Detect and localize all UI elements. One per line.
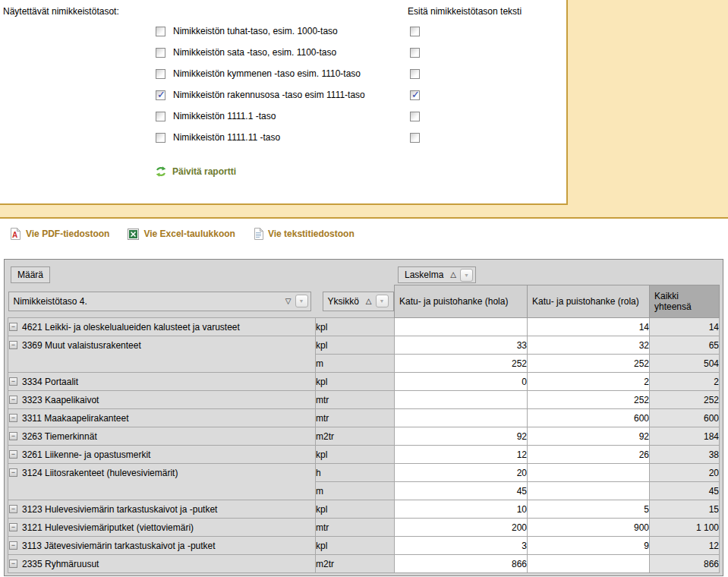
level-label: Nimikkeistön 1111.1 -taso xyxy=(173,111,276,121)
sort-asc-icon xyxy=(450,271,456,279)
total-cell: 12 xyxy=(650,537,720,555)
value-cell: 10 xyxy=(395,500,528,519)
row-dimension-label: Nimikkeistötaso 4. xyxy=(14,296,87,307)
unit-cell: kpl xyxy=(316,537,395,555)
collapse-icon[interactable]: − xyxy=(9,414,17,422)
value-cell xyxy=(395,318,528,336)
row-name: 3334 Portaalit xyxy=(22,377,78,387)
refresh-report-button[interactable]: Päivitä raportti xyxy=(155,166,236,178)
unit-dimension-button[interactable]: Yksikkö xyxy=(323,292,395,311)
collapse-icon[interactable]: − xyxy=(9,468,17,477)
row-name-cell: −3124 Liitosrakenteet (hulevesiviemärit) xyxy=(8,464,316,500)
level-label: Nimikkeistön tuhat-taso, esim. 1000-taso xyxy=(173,26,338,36)
measure-button-label: Määrä xyxy=(17,270,43,280)
row-name: 3369 Muut valaistusrakenteet xyxy=(22,340,141,351)
show-level-checkbox[interactable] xyxy=(156,48,165,58)
collapse-icon[interactable]: − xyxy=(9,341,17,349)
column-header-total[interactable]: Kaikki yhteensä xyxy=(650,285,720,318)
value-cell: 252 xyxy=(528,391,650,409)
export-pdf-label: Vie PDF-tiedostoon xyxy=(26,229,109,239)
excel-file-icon xyxy=(128,229,139,240)
show-level-checkbox[interactable] xyxy=(156,27,165,36)
show-level-checkbox[interactable] xyxy=(156,133,165,143)
row-name-cell: −3311 Maakaapelirakanteet xyxy=(8,409,316,427)
show-level-checkbox[interactable] xyxy=(156,90,165,100)
collapse-icon[interactable]: − xyxy=(9,560,17,568)
level-row: Nimikkeistön 1111.11 -taso xyxy=(0,130,566,151)
table-row: −3334 Portaalitkpl022 xyxy=(8,373,720,391)
unit-cell: m2tr xyxy=(316,427,395,446)
total-cell: 45 xyxy=(650,482,720,500)
value-cell: 20 xyxy=(395,464,528,482)
value-cell: 3 xyxy=(395,537,528,555)
collapse-icon[interactable]: − xyxy=(9,523,17,531)
value-cell: 26 xyxy=(528,446,650,464)
column-dimension-button[interactable]: Laskelma xyxy=(398,266,476,283)
show-level-checkbox[interactable] xyxy=(156,69,165,79)
pivot-grid: Nimikkeistötaso 4. Yksikkö Katu- ja puis… xyxy=(8,285,720,573)
sort-desc-icon xyxy=(285,298,292,305)
column-header-hola[interactable]: Katu- ja puistohanke (hola) xyxy=(395,285,528,318)
show-level-text-checkbox[interactable] xyxy=(410,48,420,58)
export-excel-link[interactable]: Vie Excel-taulukkoon xyxy=(128,229,235,240)
show-level-text-checkbox[interactable] xyxy=(410,69,420,79)
level-row: Nimikkeistön kymmenen -taso esim. 1110-t… xyxy=(0,66,566,87)
row-name-cell: −4621 Leikki- ja oleskelualueiden kalust… xyxy=(8,318,316,336)
level-settings-panel: Näytettävät nimikkeistötasot: Esitä nimi… xyxy=(0,0,568,205)
collapse-icon[interactable]: − xyxy=(9,323,17,331)
unit-dimension-dropdown-button[interactable] xyxy=(376,295,389,307)
level-row: Nimikkeistön rakennusosa -taso esim 1111… xyxy=(0,87,566,109)
export-pdf-link[interactable]: A Vie PDF-tiedostoon xyxy=(10,228,109,240)
total-cell: 38 xyxy=(650,446,720,464)
show-level-text-checkbox[interactable] xyxy=(410,133,420,143)
level-checkbox-list: Nimikkeistön tuhat-taso, esim. 1000-taso… xyxy=(0,24,566,151)
collapse-icon[interactable]: − xyxy=(9,432,17,440)
value-cell xyxy=(528,555,650,573)
level-label: Nimikkeistön 1111.11 -taso xyxy=(173,132,280,143)
show-level-text-checkbox[interactable] xyxy=(410,90,420,100)
column-header-rola[interactable]: Katu- ja puistohanke (rola) xyxy=(528,285,650,318)
column-dimension-label: Laskelma xyxy=(405,270,443,280)
value-cell: 5 xyxy=(528,500,650,519)
unit-cell: m xyxy=(316,355,395,373)
table-row: −3369 Muut valaistusrakenteetkpl333265 xyxy=(8,336,720,355)
row-dimension-button[interactable]: Nimikkeistötaso 4. xyxy=(8,292,311,311)
column-dimension-dropdown-button[interactable] xyxy=(460,269,473,282)
unit-cell: m2tr xyxy=(316,555,395,573)
show-level-text-checkbox[interactable] xyxy=(410,27,420,36)
unit-cell: kpl xyxy=(316,446,395,464)
show-level-checkbox[interactable] xyxy=(156,112,165,121)
row-name: 3113 Jätevesiviemärin tarkastuskaivot ja… xyxy=(22,541,216,551)
value-cell: 252 xyxy=(528,355,650,373)
value-cell: 12 xyxy=(395,446,528,464)
table-row: −2335 Ryhmäruusutm2tr866866 xyxy=(8,555,720,573)
value-cell: 9 xyxy=(528,537,650,555)
row-name-cell: −3334 Portaalit xyxy=(8,373,316,391)
show-level-text-checkbox[interactable] xyxy=(410,112,420,121)
total-cell: 14 xyxy=(650,318,720,336)
collapse-icon[interactable]: − xyxy=(9,541,17,550)
table-row: −3123 Hulevesiviemärin tarkastuskaivot j… xyxy=(8,500,720,519)
unit-cell: mtr xyxy=(316,519,395,537)
value-cell: 600 xyxy=(528,409,650,427)
value-cell: 900 xyxy=(528,519,650,537)
collapse-icon[interactable]: − xyxy=(9,450,17,459)
level-label: Nimikkeistön kymmenen -taso esim. 1110-t… xyxy=(173,68,361,79)
export-text-link[interactable]: Vie tekstitiedostoon xyxy=(254,228,355,240)
unit-cell: h xyxy=(316,464,395,482)
collapse-icon[interactable]: − xyxy=(9,377,17,386)
row-name-cell: −3261 Liikenne- ja opastusmerkit xyxy=(8,446,316,464)
collapse-icon[interactable]: − xyxy=(9,505,17,513)
value-cell: 92 xyxy=(395,427,528,446)
value-cell xyxy=(528,482,650,500)
value-cell: 14 xyxy=(528,318,650,336)
row-name: 4621 Leikki- ja oleskelualueiden kaluste… xyxy=(22,322,240,333)
row-name-cell: −3121 Hulevesiviemäriputket (viettoviemä… xyxy=(8,519,316,537)
total-cell: 252 xyxy=(650,391,720,409)
row-name-cell: −3263 Tiemerkinnät xyxy=(8,427,316,446)
level-label: Nimikkeistön sata -taso, esim. 1100-taso xyxy=(173,47,336,58)
table-row: −3311 Maakaapelirakanteetmtr600600 xyxy=(8,409,720,427)
row-dimension-dropdown-button[interactable] xyxy=(295,295,308,307)
collapse-icon[interactable]: − xyxy=(9,396,17,404)
measure-button[interactable]: Määrä xyxy=(11,266,50,283)
